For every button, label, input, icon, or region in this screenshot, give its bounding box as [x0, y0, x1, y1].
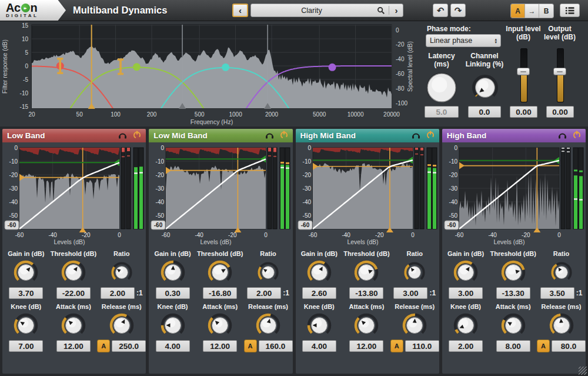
- svg-text:0: 0: [264, 232, 268, 238]
- range-badge[interactable]: -60: [298, 221, 312, 229]
- band-header: Low Mid Band: [149, 129, 292, 142]
- threshold-value[interactable]: -13.80: [349, 287, 383, 299]
- attack-value[interactable]: 12.00: [56, 340, 91, 352]
- attack-knob[interactable]: [353, 311, 380, 340]
- svg-text:-20: -20: [375, 232, 384, 238]
- ratio-value[interactable]: 2.00: [101, 287, 135, 299]
- ratio-value[interactable]: 3.00: [393, 287, 427, 299]
- output-level-value[interactable]: 0.00: [546, 106, 574, 118]
- release-knob[interactable]: [255, 311, 282, 340]
- bypass-button[interactable]: [573, 131, 581, 141]
- range-badge[interactable]: -60: [5, 221, 19, 229]
- phase-mode-dropdown[interactable]: Linear phase ▴▾: [426, 34, 501, 47]
- release-value[interactable]: 160.0: [259, 340, 293, 352]
- threshold-knob[interactable]: [206, 258, 233, 287]
- redo-icon: ↷: [455, 5, 462, 16]
- bypass-button[interactable]: [133, 131, 141, 141]
- gain-in-value[interactable]: 3.70: [9, 287, 43, 299]
- knee-value[interactable]: 4.00: [302, 340, 336, 352]
- channel-linking-knob[interactable]: [470, 73, 500, 105]
- bypass-button[interactable]: [280, 131, 288, 141]
- auto-release-button[interactable]: A: [97, 340, 110, 352]
- knee-value[interactable]: 7.00: [9, 340, 43, 352]
- attack-knob[interactable]: [206, 311, 233, 340]
- gain-in-knob[interactable]: [306, 258, 333, 287]
- range-badge[interactable]: -60: [445, 221, 459, 229]
- band-gain-handle[interactable]: [222, 64, 229, 71]
- solo-button[interactable]: [118, 131, 127, 141]
- release-value[interactable]: 250.0: [112, 340, 146, 352]
- knee-value[interactable]: 2.00: [449, 340, 483, 352]
- slider-handle[interactable]: [517, 68, 530, 75]
- release-knob[interactable]: [401, 311, 428, 340]
- svg-text:15: 15: [22, 22, 29, 29]
- attack-knob[interactable]: [500, 311, 527, 340]
- ab-copy-button[interactable]: →: [525, 4, 539, 18]
- bypass-button[interactable]: [426, 131, 435, 141]
- threshold-knob[interactable]: [500, 258, 527, 287]
- latency-knob[interactable]: [425, 71, 459, 107]
- knee-knob[interactable]: [306, 311, 333, 340]
- ratio-knob[interactable]: [256, 258, 280, 287]
- knee-knob[interactable]: [452, 311, 479, 340]
- threshold-value[interactable]: -16.80: [203, 287, 237, 299]
- ratio-value[interactable]: 2.00: [247, 287, 281, 299]
- attack-value[interactable]: 12.00: [203, 340, 237, 352]
- auto-release-button[interactable]: A: [390, 340, 403, 352]
- undo-button[interactable]: ↶: [433, 4, 448, 17]
- channel-linking-value[interactable]: 0.0: [468, 106, 501, 118]
- latency-value[interactable]: 5.0: [425, 106, 459, 118]
- band-gain-handle[interactable]: [133, 63, 141, 71]
- threshold-value[interactable]: -13.30: [496, 287, 530, 299]
- search-icon[interactable]: [375, 6, 387, 15]
- gain-in-knob[interactable]: [12, 258, 39, 287]
- ab-b-button[interactable]: B: [539, 4, 553, 18]
- resize-grip[interactable]: [579, 367, 587, 375]
- release-knob[interactable]: [548, 311, 575, 340]
- knee-knob[interactable]: [12, 311, 39, 340]
- redo-button[interactable]: ↷: [450, 4, 466, 17]
- gain-in-knob[interactable]: [159, 258, 186, 287]
- svg-text:-30: -30: [449, 185, 457, 192]
- input-level-value[interactable]: 0.00: [510, 106, 537, 118]
- attack-value[interactable]: 8.00: [496, 340, 530, 352]
- ratio-knob[interactable]: [550, 258, 573, 287]
- release-control: Release (ms)A110.0: [390, 303, 439, 352]
- range-badge[interactable]: -60: [151, 221, 165, 229]
- attack-knob[interactable]: [60, 311, 87, 340]
- knee-value[interactable]: 4.00: [156, 340, 190, 352]
- threshold-knob[interactable]: [60, 258, 87, 287]
- ab-a-button[interactable]: A: [511, 4, 525, 18]
- ratio-knob[interactable]: [403, 258, 426, 287]
- svg-text:-15: -15: [20, 104, 29, 110]
- solo-button[interactable]: [558, 131, 567, 141]
- gain-in-value[interactable]: 0.30: [156, 287, 190, 299]
- menu-button[interactable]: [560, 4, 580, 17]
- knob-label: Threshold (dB): [197, 250, 243, 257]
- output-level-slider[interactable]: [557, 48, 564, 102]
- release-value[interactable]: 110.0: [405, 340, 439, 352]
- auto-release-button[interactable]: A: [244, 340, 257, 352]
- knee-knob[interactable]: [159, 311, 186, 340]
- solo-button[interactable]: [265, 131, 274, 141]
- gain-in-knob[interactable]: [452, 258, 479, 287]
- input-level-slider[interactable]: [520, 48, 527, 102]
- ratio-knob[interactable]: [110, 258, 133, 287]
- gain-in-value[interactable]: 3.00: [449, 287, 483, 299]
- preset-selector[interactable]: Clarity ›: [250, 4, 403, 17]
- release-value[interactable]: 80.0: [552, 340, 586, 352]
- auto-release-button[interactable]: A: [537, 340, 550, 352]
- attack-value[interactable]: 12.00: [349, 340, 383, 352]
- knob-label: Knee (dB): [450, 303, 481, 310]
- band-gain-handle[interactable]: [329, 64, 336, 71]
- ratio-value[interactable]: 3.50: [540, 287, 574, 299]
- gain-in-value[interactable]: 2.60: [302, 287, 336, 299]
- preset-next-button[interactable]: ›: [391, 5, 402, 15]
- solo-button[interactable]: [412, 131, 420, 141]
- slider-handle[interactable]: [553, 68, 566, 75]
- threshold-knob[interactable]: [353, 258, 380, 287]
- preset-previous-button[interactable]: ‹: [232, 4, 248, 17]
- release-knob[interactable]: [108, 311, 135, 340]
- threshold-value[interactable]: -22.00: [56, 287, 91, 299]
- preset-name[interactable]: Clarity: [251, 4, 372, 16]
